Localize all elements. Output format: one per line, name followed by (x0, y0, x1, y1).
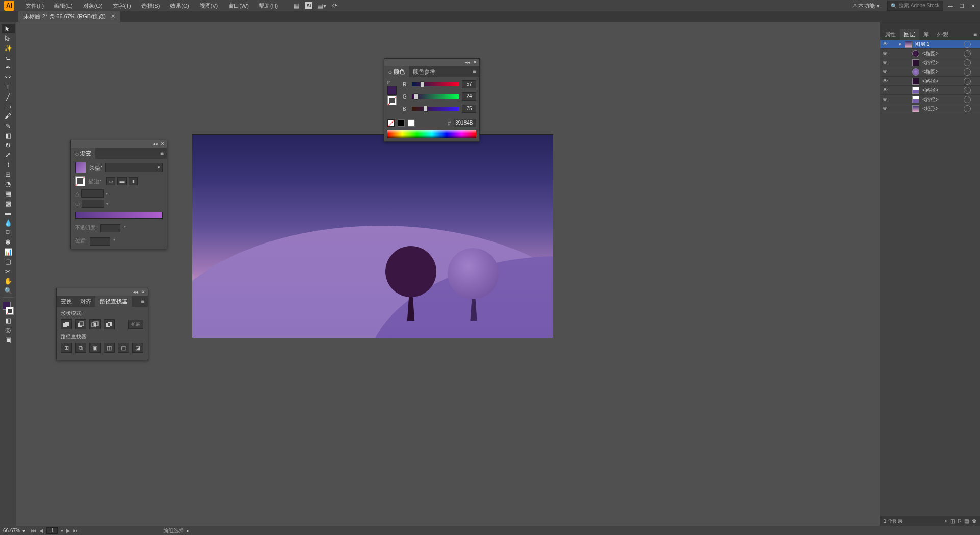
chevron-down-icon[interactable]: ▾ (61, 528, 63, 533)
libraries-tab[interactable]: 库 (919, 29, 933, 40)
canvas-area[interactable]: ◂◂✕ ◇ 渐变 ≡ 类型: ▾ 描边: ▭ ▬ ▮ (16, 22, 880, 526)
screen-mode-icon[interactable]: ▣ (2, 335, 15, 344)
close-icon[interactable]: ✕ (141, 289, 145, 295)
target-icon[interactable] (964, 78, 971, 85)
expand-button[interactable]: 扩展 (128, 320, 143, 329)
column-graph-tool[interactable]: 📊 (2, 247, 15, 256)
artboard[interactable] (192, 135, 553, 338)
width-tool[interactable]: ⌇ (2, 160, 15, 169)
visibility-toggle-icon[interactable]: 👁 (880, 96, 890, 102)
gradient-stroke-swatch[interactable] (75, 176, 85, 186)
target-icon[interactable] (964, 105, 971, 112)
target-icon[interactable] (964, 59, 971, 66)
minus-front-icon[interactable] (75, 319, 86, 329)
shaper-tool[interactable]: ✎ (2, 121, 15, 130)
menu-view[interactable]: 视图(V) (194, 0, 224, 11)
line-tool[interactable]: ╱ (2, 92, 15, 101)
make-clipping-mask-icon[interactable]: ◫ (950, 518, 955, 524)
hand-tool[interactable]: ✋ (2, 276, 15, 285)
gradient-opacity-input[interactable] (100, 224, 120, 232)
search-stock-input[interactable]: 🔍 搜索 Adobe Stock (887, 1, 943, 11)
artboard-number[interactable]: 1 (46, 527, 58, 534)
layer-row[interactable]: 👁<矩形> (880, 104, 980, 113)
delete-layer-icon[interactable]: 🗑 (972, 518, 977, 524)
lasso-tool[interactable]: ⊂ (2, 53, 15, 62)
zoom-tool[interactable]: 🔍 (2, 286, 15, 295)
gpu-icon[interactable]: ⟳ (331, 2, 339, 10)
unite-icon[interactable] (61, 319, 72, 329)
b-slider[interactable] (412, 107, 459, 111)
b-value[interactable]: 75 (462, 105, 476, 113)
properties-tab[interactable]: 属性 (880, 29, 900, 40)
minus-back-icon[interactable]: ◪ (132, 343, 143, 353)
menu-type[interactable]: 文字(T) (108, 0, 136, 11)
visibility-toggle-icon[interactable]: 👁 (880, 60, 890, 65)
draw-mode-icon[interactable]: ◎ (2, 325, 15, 334)
workspace-switcher[interactable]: 基本功能 ▾ (848, 1, 884, 11)
layers-tab[interactable]: 图层 (900, 29, 919, 40)
minimize-button[interactable]: — (946, 3, 954, 9)
g-slider[interactable] (412, 94, 459, 99)
locate-object-icon[interactable]: ⌖ (944, 518, 947, 524)
gradient-preview-swatch[interactable] (75, 162, 86, 173)
target-icon[interactable] (964, 68, 971, 76)
panel-header[interactable]: ◂◂✕ (384, 59, 479, 66)
new-layer-icon[interactable]: ▤ (964, 518, 969, 524)
magic-wand-tool[interactable]: ✨ (2, 43, 15, 53)
crop-icon[interactable]: ◫ (104, 343, 115, 353)
none-color-swatch[interactable] (387, 119, 395, 127)
visibility-toggle-icon[interactable]: 👁 (880, 69, 890, 75)
stroke-apply-along-icon[interactable]: ▬ (117, 177, 127, 185)
layer-row[interactable]: 👁<椭圆> (880, 67, 980, 77)
document-tab[interactable]: 未标题-2* @ 66.67% (RGB/预览) ✕ (18, 11, 120, 22)
g-value[interactable]: 24 (462, 92, 476, 101)
merge-icon[interactable]: ▣ (89, 343, 101, 353)
next-artboard-icon[interactable]: ▶ (66, 528, 70, 533)
menu-window[interactable]: 窗口(W) (223, 0, 254, 11)
free-transform-tool[interactable]: ⊞ (2, 169, 15, 179)
target-icon[interactable] (964, 50, 971, 57)
menu-select[interactable]: 选择(S) (136, 0, 165, 11)
menu-object[interactable]: 对象(O) (78, 0, 108, 11)
close-tab-icon[interactable]: ✕ (111, 13, 115, 20)
collapse-icon[interactable]: ◂◂ (465, 60, 470, 65)
close-window-button[interactable]: ✕ (969, 3, 977, 9)
panel-menu-icon[interactable]: ≡ (157, 148, 167, 159)
play-icon[interactable]: ▸ (187, 528, 189, 533)
zoom-level[interactable]: 66.67%▾ (0, 528, 28, 533)
panel-menu-icon[interactable]: ≡ (470, 66, 479, 77)
type-tool[interactable]: T (2, 82, 15, 91)
direct-selection-tool[interactable] (2, 34, 15, 43)
color-mode-icon[interactable]: ◧ (2, 315, 15, 325)
visibility-toggle-icon[interactable]: 👁 (880, 87, 890, 93)
layer-row[interactable]: 👁<路径> (880, 86, 980, 95)
paintbrush-tool[interactable]: 🖌 (2, 111, 15, 120)
bridge-icon[interactable]: ▦ (292, 2, 300, 10)
target-icon[interactable] (964, 87, 971, 94)
appearance-tab[interactable]: 外观 (933, 29, 952, 40)
new-sublayer-icon[interactable]: ⎘ (958, 518, 961, 524)
hex-input[interactable]: 39184B (454, 119, 476, 127)
visibility-toggle-icon[interactable]: 👁 (880, 78, 890, 84)
divide-icon[interactable]: ⊞ (61, 343, 72, 353)
stroke-apply-within-icon[interactable]: ▭ (106, 177, 115, 185)
stroke-apply-across-icon[interactable]: ▮ (129, 177, 138, 185)
trim-icon[interactable]: ⧉ (75, 343, 86, 353)
layer-row[interactable]: 👁<路径> (880, 77, 980, 86)
color-fill-swatch[interactable] (387, 86, 397, 95)
exclude-icon[interactable] (104, 319, 115, 329)
black-swatch[interactable] (398, 119, 405, 127)
r-value[interactable]: 57 (462, 80, 476, 88)
color-guide-tab[interactable]: 颜色参考 (409, 66, 439, 78)
gradient-tab[interactable]: ◇ 渐变 (71, 148, 95, 159)
arrange-docs-icon[interactable]: ▤▾ (317, 2, 326, 10)
gradient-tool[interactable]: ▬ (2, 208, 15, 217)
layer-row[interactable]: 👁▾图层 1 (880, 40, 980, 49)
rotate-tool[interactable]: ↻ (2, 140, 15, 150)
stroke-swatch[interactable] (6, 307, 14, 315)
panel-menu-icon[interactable]: ≡ (138, 296, 148, 307)
shape-builder-tool[interactable]: ◔ (2, 179, 15, 188)
menu-file[interactable]: 文件(F) (20, 0, 49, 11)
color-tab[interactable]: ◇ 颜色 (384, 66, 409, 78)
visibility-toggle-icon[interactable]: 👁 (880, 106, 890, 111)
